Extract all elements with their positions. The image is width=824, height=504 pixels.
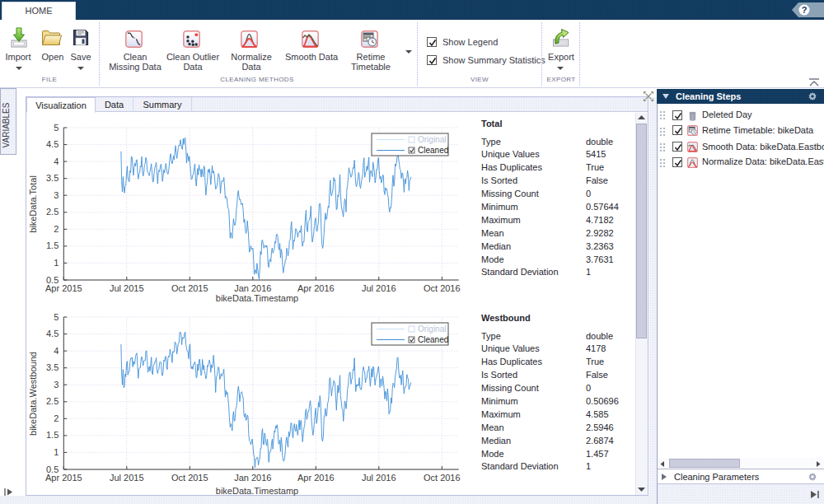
svg-text:Jul 2016: Jul 2016: [362, 283, 396, 293]
svg-text:1.5: 1.5: [46, 240, 59, 250]
svg-text:bikeData.Timestamp: bikeData.Timestamp: [216, 486, 298, 496]
svg-text:Apr 2015: Apr 2015: [45, 473, 82, 483]
svg-text:Cleaned: Cleaned: [418, 335, 448, 344]
svg-text:3: 3: [54, 190, 59, 200]
svg-text:Oct 2015: Oct 2015: [171, 283, 208, 293]
svg-text:Oct 2016: Oct 2016: [424, 283, 461, 293]
svg-text:Oct 2016: Oct 2016: [424, 473, 461, 483]
svg-text:?: ?: [802, 5, 808, 15]
svg-text:1: 1: [54, 447, 59, 457]
svg-text:1: 1: [54, 258, 59, 268]
svg-text:Oct 2015: Oct 2015: [171, 473, 208, 483]
svg-text:2.5: 2.5: [46, 207, 59, 217]
svg-text:bikeData.Timestamp: bikeData.Timestamp: [216, 293, 298, 303]
svg-text:bikeData.Westbound: bikeData.Westbound: [28, 352, 38, 436]
svg-text:4: 4: [54, 346, 59, 356]
svg-text:4: 4: [54, 156, 59, 166]
svg-text:5: 5: [54, 123, 59, 133]
svg-text:2: 2: [54, 413, 59, 423]
svg-text:Apr 2015: Apr 2015: [45, 283, 82, 293]
svg-text:1.5: 1.5: [46, 430, 59, 440]
svg-text:2.5: 2.5: [46, 396, 59, 406]
svg-text:Original: Original: [418, 324, 446, 334]
svg-text:Jan 2016: Jan 2016: [234, 473, 271, 483]
svg-text:Cleaned: Cleaned: [418, 146, 448, 155]
svg-text:Jul 2015: Jul 2015: [110, 473, 144, 483]
svg-text:Jul 2016: Jul 2016: [362, 473, 396, 483]
svg-text:Original: Original: [418, 135, 446, 144]
svg-text:2: 2: [54, 224, 59, 234]
svg-text:5: 5: [54, 312, 59, 322]
svg-text:4.5: 4.5: [46, 329, 59, 338]
svg-text:Apr 2016: Apr 2016: [297, 473, 335, 483]
svg-text:3.5: 3.5: [46, 362, 59, 372]
svg-text:3: 3: [54, 380, 59, 390]
svg-text:4.5: 4.5: [46, 139, 59, 149]
svg-text:Jul 2015: Jul 2015: [110, 283, 144, 293]
svg-text:Apr 2016: Apr 2016: [297, 283, 335, 293]
svg-text:Jan 2016: Jan 2016: [234, 283, 271, 293]
svg-text:3.5: 3.5: [46, 173, 59, 183]
svg-text:bikeData.Total: bikeData.Total: [28, 175, 38, 233]
